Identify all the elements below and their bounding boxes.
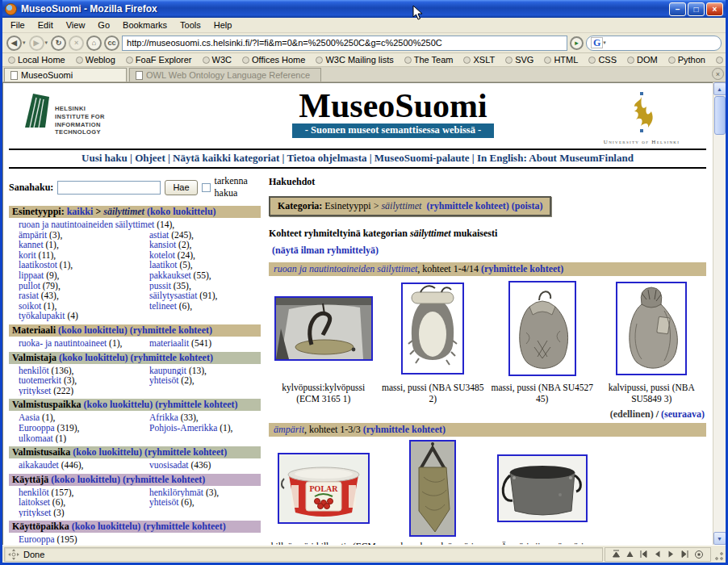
go-button[interactable]: ▸ (570, 36, 584, 50)
facet-value-link[interactable]: Aasia (19, 412, 40, 422)
bookmark-item[interactable]: Local Home (8, 55, 65, 65)
facet-classification-link[interactable]: (koko luokittelu) (51, 474, 120, 485)
bookmark-item[interactable]: W3C (203, 55, 232, 65)
bookmark-item[interactable]: XSLT (463, 55, 495, 65)
facet-classification-link[interactable]: (koko luokittelu) (59, 352, 128, 363)
group-title-link[interactable]: ämpärit (274, 424, 304, 435)
object-thumbnail[interactable] (409, 440, 456, 537)
remove-category-link[interactable]: (poista) (512, 200, 543, 211)
refine-search-checkbox[interactable] (202, 183, 211, 192)
scroll-to-top-button[interactable] (612, 550, 621, 559)
facet-value-link[interactable]: lippaat (19, 270, 44, 280)
facet-value-link[interactable]: laatikostot (19, 260, 57, 270)
facet-value-link[interactable]: astiat (149, 230, 169, 240)
menu-go[interactable]: Go (91, 19, 116, 31)
facet-all-link[interactable]: kaikki (67, 206, 94, 217)
menu-view[interactable]: View (60, 19, 92, 31)
object-thumbnail[interactable] (508, 281, 576, 376)
menu-file[interactable]: File (4, 19, 31, 31)
forward-button[interactable]: ▶ (29, 36, 44, 51)
search-engine-dropdown-icon[interactable]: ▾ (603, 40, 606, 46)
facet-classification-link[interactable]: (ryhmittele kohteet) (130, 324, 212, 336)
facet-classification-link[interactable]: (koko luokittelu) (73, 446, 142, 458)
next-page-button[interactable] (667, 550, 676, 559)
resize-grip[interactable] (713, 548, 724, 561)
word-search-input[interactable] (57, 181, 161, 195)
close-button[interactable]: × (706, 2, 723, 16)
facet-value-link[interactable]: ruoan ja nautintoaineiden säilyttimet (19, 220, 154, 229)
facet-value-link[interactable]: telineet (149, 301, 177, 311)
bookmark-item[interactable]: W3C Mailing lists (316, 55, 393, 65)
reload-button[interactable]: ↻ (51, 36, 66, 51)
search-engine-box[interactable]: G ▾ (586, 36, 722, 51)
menu-help[interactable]: Help (207, 19, 239, 31)
facet-classification-link[interactable]: (ryhmittele kohteet) (143, 521, 225, 532)
facet-value-link[interactable]: yritykset (19, 386, 51, 396)
bookmark-item[interactable]: HTML (544, 55, 578, 65)
facet-value-link[interactable]: tuotemerkit (19, 375, 61, 385)
back-dropdown-icon[interactable]: ▾ (23, 40, 26, 46)
bookmark-item[interactable]: DOM (627, 55, 658, 65)
object-thumbnail[interactable] (274, 296, 373, 361)
facet-classification-link[interactable]: (koko luokittelu) (84, 399, 153, 410)
facet-classification-link[interactable]: (koko luokittelu) (72, 521, 141, 532)
facet-classification-link[interactable]: (ryhmittele kohteet) (123, 474, 205, 485)
scroll-up-icon[interactable]: ▲ (713, 82, 726, 95)
object-thumbnail[interactable] (616, 282, 687, 375)
facet-value-link[interactable]: kansiot (149, 240, 176, 249)
facet-value-link[interactable]: laitokset (19, 497, 50, 507)
word-search-button[interactable]: Hae (165, 180, 197, 195)
minimize-button[interactable]: – (669, 2, 686, 16)
first-page-button[interactable] (639, 550, 648, 559)
facet-value-link[interactable]: säilytysastiat (149, 291, 197, 300)
nav-link[interactable]: Näytä kaikki kategoriat (173, 152, 279, 164)
bookmark-item[interactable]: FoaF Explorer (126, 55, 192, 65)
nav-link[interactable]: Ohjeet (135, 152, 165, 164)
reload-status-button[interactable] (694, 550, 704, 559)
vertical-scrollbar[interactable]: ▲ ▼ (713, 82, 726, 545)
facet-value-link[interactable]: Pohjois-Amerikka (149, 423, 217, 433)
object-thumbnail[interactable] (401, 282, 464, 375)
tab-close-icon[interactable]: × (712, 68, 724, 80)
nav-link[interactable]: Uusi haku (82, 152, 128, 164)
group-objects-link[interactable]: (ryhmittele kohteet) (481, 263, 563, 274)
creative-commons-button[interactable]: cc (104, 36, 119, 51)
facet-value-link[interactable]: materiaalit (149, 338, 189, 348)
menu-bookmarks[interactable]: Bookmarks (116, 19, 174, 31)
facet-classification-link[interactable]: (ryhmittele kohteet) (144, 446, 227, 458)
menu-edit[interactable]: Edit (31, 19, 60, 31)
facet-value-link[interactable]: kaupungit (149, 366, 186, 375)
show-ungrouped-link[interactable]: (näytä ilman ryhmittelyä) (272, 245, 379, 256)
facet-value-link[interactable]: työkalupakit (19, 311, 65, 320)
url-input[interactable] (122, 36, 567, 51)
tab-2[interactable]: OWL Web Ontology Language Reference (129, 68, 321, 82)
facet-value-link[interactable]: Eurooppa (19, 423, 55, 433)
scroll-down-icon[interactable]: ▼ (713, 532, 726, 545)
bookmark-item[interactable]: SVG (505, 55, 533, 65)
group-objects-link[interactable]: (ryhmittele kohteet) (426, 200, 508, 211)
nav-link[interactable]: Tietoa ohjelmasta (287, 152, 366, 164)
home-button[interactable]: ⌂ (86, 36, 102, 51)
facet-value-link[interactable]: ruoka- ja nautintoaineet (19, 338, 107, 348)
facet-value-link[interactable]: pakkaukset (149, 270, 191, 280)
next-page-link[interactable]: (seuraava) (661, 408, 705, 420)
bookmark-item[interactable]: Python (668, 55, 705, 65)
group-objects-link[interactable]: (ryhmittele kohteet) (363, 424, 446, 435)
group-title-link[interactable]: ruoan ja nautintoaineiden säilyttimet (274, 263, 417, 274)
facet-value-link[interactable]: henkilöt (19, 366, 49, 375)
facet-value-link[interactable]: aikakaudet (19, 460, 59, 470)
maximize-button[interactable]: □ (688, 2, 705, 16)
facet-value-link[interactable]: yhteisöt (149, 375, 178, 385)
facet-value-link[interactable]: rasiat (19, 291, 39, 300)
scroll-up-button[interactable] (625, 550, 634, 559)
facet-value-link[interactable]: pussit (149, 281, 171, 291)
bookmark-item[interactable]: RDF/OWL (716, 55, 726, 65)
scrollbar-thumb[interactable] (714, 96, 726, 135)
stop-button[interactable]: × (69, 36, 84, 51)
facet-value-link[interactable]: yhteisöt (149, 497, 178, 507)
facet-classification-link[interactable]: (ryhmittele kohteet) (131, 352, 213, 363)
facet-value-link[interactable]: henkilöt (19, 488, 49, 497)
facet-value-link[interactable]: pullot (19, 281, 40, 291)
nav-link[interactable]: MuseoSuomi-palaute (374, 152, 470, 164)
facet-value-link[interactable]: soikot (19, 301, 41, 311)
